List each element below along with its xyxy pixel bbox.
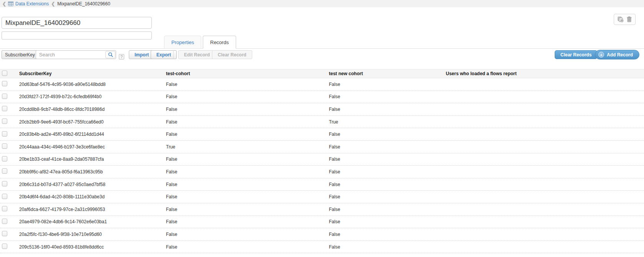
column-header-flows-report: Users who loaded a flows report (445, 71, 644, 76)
cell-test-cohort: False (165, 82, 328, 87)
row-checkbox[interactable] (2, 206, 7, 211)
breadcrumb-separator-icon: ❮ (51, 1, 55, 7)
cell-subscriberkey: 20ae4979-082e-4db6-9c14-7602e6e03ba1 (17, 219, 165, 224)
table-row[interactable]: 20cdd8b8-9cb7-48db-86cc-8fdc7018986d Fal… (0, 103, 644, 116)
table-row[interactable]: 20af6dca-6627-4179-97ce-2a31c9996053 Fal… (0, 203, 644, 216)
data-extension-grid-icon (8, 2, 13, 6)
table-row[interactable]: 20a2f5fc-f130-4be6-9f38-10e710e95d60 Fal… (0, 228, 644, 241)
search-field-dropdown-value: SubscriberKey (5, 52, 35, 58)
cell-test-new-cohort: False (328, 219, 445, 224)
table-row[interactable]: 20bb9f6c-af82-47ea-805d-f6a13963c95b Fal… (0, 166, 644, 178)
cell-subscriberkey: 20d63baf-5476-4c95-9036-a90e5148bdd8 (17, 82, 165, 87)
search-box (36, 50, 116, 59)
table-row[interactable]: 20c83b4b-ad2e-45f0-89b2-6f2114dd1d44 Fal… (0, 128, 644, 141)
records-table: SubscriberKey test-cohort test new cohor… (0, 69, 644, 253)
cell-test-cohort: True (165, 144, 328, 150)
data-extension-description-input[interactable] (2, 31, 152, 40)
search-submit-button[interactable] (105, 51, 115, 58)
tab-records[interactable]: Records (203, 36, 236, 49)
help-icon[interactable]: ? (119, 54, 124, 59)
column-header-subscriberkey: SubscriberKey (17, 71, 165, 76)
cell-test-cohort: False (165, 182, 328, 187)
row-checkbox[interactable] (2, 81, 7, 86)
cell-test-cohort: False (165, 169, 328, 175)
data-extension-records-page: ❮ Data Extensions ❮ MixpanelDE_164002966… (0, 0, 644, 257)
table-row[interactable]: 20b6c31d-b07d-4377-a027-85c0aed7bf58 Fal… (0, 178, 644, 191)
cell-subscriberkey: 20b4d6f4-6dad-4c20-808b-1111e30abe3d (17, 194, 165, 199)
tab-properties[interactable]: Properties (164, 36, 201, 49)
breadcrumb: ❮ Data Extensions ❮ MixpanelDE_164002966… (0, 0, 644, 7)
row-checkbox[interactable] (2, 131, 7, 137)
copy-data-extension-icon[interactable] (618, 16, 624, 22)
export-button[interactable]: Export (151, 50, 177, 59)
cell-subscriberkey: 20be1b33-ceaf-41ce-8aa9-2da057887cfa (17, 157, 165, 162)
add-record-button[interactable]: + Add Record (595, 50, 639, 59)
breadcrumb-current-page: MixpanelDE_1640029660 (58, 1, 110, 7)
cell-test-new-cohort: False (328, 232, 445, 237)
cell-test-new-cohort: False (328, 94, 445, 99)
breadcrumb-link-data-extensions[interactable]: Data Extensions (15, 1, 49, 7)
cell-test-new-cohort: True (328, 119, 445, 125)
row-checkbox[interactable] (2, 119, 7, 124)
cell-subscriberkey: 20c44aaa-434c-4946-b197-3e3ce6fae8ec (17, 144, 165, 150)
table-row[interactable]: 20d3fd27-172f-4939-b72c-6cfedb69f4b0 Fal… (0, 91, 644, 104)
tabstrip: Properties Records (164, 36, 238, 49)
cell-test-cohort: False (165, 219, 328, 224)
row-checkbox[interactable] (2, 181, 7, 186)
row-checkbox[interactable] (2, 244, 7, 249)
cell-test-new-cohort: False (328, 182, 445, 187)
row-checkbox[interactable] (2, 156, 7, 161)
row-checkbox[interactable] (2, 106, 7, 111)
column-header-test-cohort: test-cohort (165, 71, 328, 76)
toolbar-separator (173, 50, 174, 59)
cell-test-cohort: False (165, 119, 328, 125)
search-input[interactable] (36, 50, 116, 59)
cell-subscriberkey: 20cb2bb9-9ee6-493f-bc67-755fcca66ed0 (17, 119, 165, 125)
row-checkbox[interactable] (2, 94, 7, 99)
table-row[interactable]: 20d63baf-5476-4c95-9036-a90e5148bdd8 Fal… (0, 78, 644, 91)
plus-icon: + (598, 52, 604, 58)
row-checkbox[interactable] (2, 168, 7, 174)
cell-subscriberkey: 20d3fd27-172f-4939-b72c-6cfedb69f4b0 (17, 94, 165, 99)
cell-test-new-cohort: False (328, 157, 445, 162)
delete-data-extension-icon[interactable] (627, 16, 632, 22)
row-checkbox[interactable] (2, 231, 7, 236)
cell-subscriberkey: 209c5136-16f0-40ed-8593-81b8fe8dd6cc (17, 244, 165, 250)
cell-test-new-cohort: False (328, 132, 445, 137)
cell-test-new-cohort: False (328, 144, 445, 150)
table-row[interactable]: 20cb2bb9-9ee6-493f-bc67-755fcca66ed0 Fal… (0, 116, 644, 128)
cell-test-cohort: False (165, 194, 328, 199)
row-checkbox[interactable] (2, 143, 7, 149)
back-chevron-icon[interactable]: ❮ (2, 1, 6, 7)
cell-test-cohort: False (165, 207, 328, 212)
table-row[interactable]: 20c44aaa-434c-4946-b197-3e3ce6fae8ec Tru… (0, 141, 644, 153)
table-row[interactable]: 20b4d6f4-6dad-4c20-808b-1111e30abe3d Fal… (0, 191, 644, 203)
search-icon (108, 52, 113, 57)
header-actions (614, 14, 636, 25)
cell-subscriberkey: 20a2f5fc-f130-4be6-9f38-10e710e95d60 (17, 232, 165, 237)
table-header-row: SubscriberKey test-cohort test new cohor… (0, 69, 644, 78)
clear-record-button[interactable]: Clear Record (212, 50, 252, 59)
row-checkbox[interactable] (2, 194, 7, 199)
table-row[interactable]: 20ae4979-082e-4db6-9c14-7602e6e03ba1 Fal… (0, 216, 644, 229)
add-record-label: Add Record (607, 52, 633, 58)
data-extension-name-input[interactable] (2, 17, 152, 29)
table-row[interactable]: 20be1b33-ceaf-41ce-8aa9-2da057887cfa Fal… (0, 153, 644, 166)
cell-subscriberkey: 20bb9f6c-af82-47ea-805d-f6a13963c95b (17, 169, 165, 175)
table-body: 20d63baf-5476-4c95-9036-a90e5148bdd8 Fal… (0, 78, 644, 253)
cell-test-new-cohort: False (328, 82, 445, 87)
cell-subscriberkey: 20af6dca-6627-4179-97ce-2a31c9996053 (17, 207, 165, 212)
cell-test-new-cohort: False (328, 169, 445, 175)
cell-test-cohort: False (165, 94, 328, 99)
cell-test-new-cohort: False (328, 207, 445, 212)
edit-record-button[interactable]: Edit Record (178, 50, 215, 59)
records-toolbar: SubscriberKey ▼ ? Import Export Edit Rec… (0, 49, 644, 64)
clear-records-button[interactable]: Clear Records (555, 50, 597, 59)
column-header-test-new-cohort: test new cohort (328, 71, 445, 76)
row-checkbox[interactable] (2, 219, 7, 224)
cell-subscriberkey: 20b6c31d-b07d-4377-a027-85c0aed7bf58 (17, 182, 165, 187)
cell-test-cohort: False (165, 157, 328, 162)
table-row[interactable]: 209c5136-16f0-40ed-8593-81b8fe8dd6cc Fal… (0, 241, 644, 254)
select-all-checkbox[interactable] (2, 71, 7, 76)
cell-test-new-cohort: False (328, 244, 445, 250)
